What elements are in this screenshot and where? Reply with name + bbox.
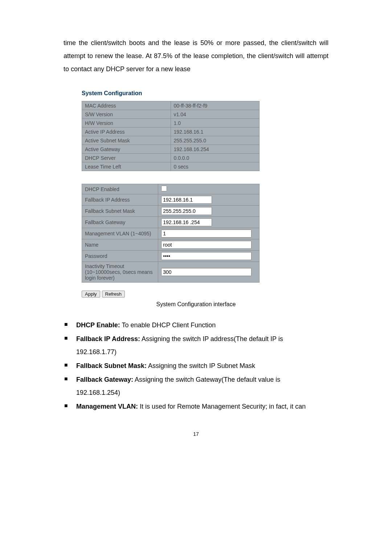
password-row: Password [82, 251, 260, 262]
intro-paragraph: time the client/switch boots and the lea… [64, 36, 328, 76]
table-row: Active Gateway192.168.16.254 [82, 145, 260, 154]
status-label: S/W Version [82, 110, 171, 119]
bullet-bold: DHCP Enable: [76, 321, 120, 329]
fallback-ip-label: Fallback IP Address [82, 194, 158, 206]
bullet-text: Assigning the switch IP address(The defa… [140, 335, 283, 343]
form-table: DHCP Enabled Fallback IP Address Fallbac… [82, 184, 260, 283]
status-label: MAC Address [82, 101, 171, 110]
status-table: MAC Address00-ff-38-ff-f2-f9 S/W Version… [82, 101, 260, 171]
dhcp-enabled-checkbox[interactable] [161, 186, 167, 191]
table-row: MAC Address00-ff-38-ff-f2-f9 [82, 101, 260, 110]
status-label: H/W Version [82, 119, 171, 127]
fallback-mask-label: Fallback Subnet Mask [82, 206, 158, 217]
timeout-row: Inactivity Timeout (10~10000secs, 0secs … [82, 262, 260, 283]
table-row: S/W Versionv1.04 [82, 110, 260, 119]
bullet-text: It is used for Remote Management Securit… [138, 403, 306, 410]
status-value: 192.168.16.1 [171, 127, 260, 136]
apply-button[interactable]: Apply [82, 291, 100, 297]
table-row: DHCP Server0.0.0.0 [82, 154, 260, 162]
timeout-label: Inactivity Timeout (10~10000secs, 0secs … [82, 262, 158, 283]
password-label: Password [82, 251, 158, 262]
bullet-sub: 192.168.1.254) [76, 386, 328, 399]
page-number: 17 [64, 431, 328, 437]
status-label: DHCP Server [82, 154, 171, 162]
fallback-ip-input[interactable] [161, 196, 212, 204]
list-item: Fallback Subnet Mask: Assigning the swit… [64, 359, 328, 372]
fallback-gateway-input[interactable] [161, 218, 212, 226]
timeout-input[interactable] [161, 268, 252, 276]
table-row: Lease Time Left0 secs [82, 162, 260, 171]
mgmt-vlan-label: Management VLAN (1~4095) [82, 228, 158, 239]
status-value: 0 secs [171, 162, 260, 171]
status-value: 1.0 [171, 119, 260, 127]
bullet-text: To enable DHCP Client Function [120, 321, 216, 329]
list-item: Fallback Gateway: Assigning the switch G… [64, 373, 328, 399]
fallback-ip-row: Fallback IP Address [82, 194, 260, 206]
table-row: Active Subnet Mask255.255.255.0 [82, 136, 260, 145]
name-label: Name [82, 239, 158, 251]
status-label: Active IP Address [82, 127, 171, 136]
fallback-gateway-row: Fallback Gateway [82, 217, 260, 228]
figure-caption: System Configuration interface [64, 301, 328, 308]
bullet-text: Assigning the switch IP Subnet Mask [147, 362, 255, 369]
fallback-mask-input[interactable] [161, 207, 212, 215]
table-row: Active IP Address192.168.16.1 [82, 127, 260, 136]
status-label: Lease Time Left [82, 162, 171, 171]
status-value: v1.04 [171, 110, 260, 119]
list-item: Fallback IP Address: Assigning the switc… [64, 332, 328, 358]
dhcp-enabled-label: DHCP Enabled [82, 184, 158, 194]
fallback-gateway-label: Fallback Gateway [82, 217, 158, 228]
bullet-list: DHCP Enable: To enable DHCP Client Funct… [64, 319, 328, 413]
bullet-text: Assigning the switch Gateway(The default… [133, 376, 280, 383]
status-label: Active Gateway [82, 145, 171, 154]
bullet-bold: Fallback IP Address: [76, 335, 140, 343]
bullet-sub: 192.168.1.77) [76, 345, 328, 358]
table-row: H/W Version1.0 [82, 119, 260, 127]
system-config-section: System Configuration MAC Address00-ff-38… [82, 90, 328, 283]
config-heading: System Configuration [82, 90, 328, 97]
name-row: Name [82, 239, 260, 251]
list-item: DHCP Enable: To enable DHCP Client Funct… [64, 319, 328, 332]
mgmt-vlan-row: Management VLAN (1~4095) [82, 228, 260, 239]
dhcp-enabled-row: DHCP Enabled [82, 184, 260, 194]
bullet-bold: Fallback Gateway: [76, 376, 133, 383]
password-input[interactable] [161, 252, 252, 260]
refresh-button[interactable]: Refresh [102, 291, 125, 297]
bullet-bold: Fallback Subnet Mask: [76, 362, 147, 369]
status-value: 00-ff-38-ff-f2-f9 [171, 101, 260, 110]
status-value: 192.168.16.254 [171, 145, 260, 154]
fallback-mask-row: Fallback Subnet Mask [82, 206, 260, 217]
bullet-bold: Management VLAN: [76, 403, 138, 410]
name-input[interactable] [161, 241, 252, 249]
button-row: Apply Refresh [82, 290, 328, 297]
mgmt-vlan-input[interactable] [161, 230, 252, 238]
status-value: 255.255.255.0 [171, 136, 260, 145]
status-value: 0.0.0.0 [171, 154, 260, 162]
status-label: Active Subnet Mask [82, 136, 171, 145]
list-item: Management VLAN: It is used for Remote M… [64, 400, 328, 413]
